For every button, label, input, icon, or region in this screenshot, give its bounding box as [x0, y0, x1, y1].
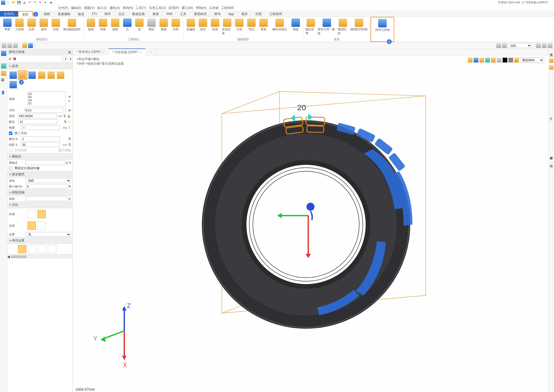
- flip-icon[interactable]: ⇄: [68, 108, 71, 112]
- ribbon-tab-file[interactable]: 文件(F): [0, 11, 18, 17]
- combo-normal[interactable]: 法向: [508, 43, 532, 48]
- section-boolean[interactable]: 布尔运算: [7, 237, 72, 244]
- btn-thread[interactable]: 螺纹: [146, 18, 157, 37]
- right-icon[interactable]: [549, 65, 553, 70]
- btn-fillet[interactable]: 圆角: [86, 18, 96, 37]
- pick-icon[interactable]: ⋮: [64, 108, 67, 112]
- qicon[interactable]: [13, 43, 18, 48]
- qicon[interactable]: [548, 43, 552, 48]
- btn-extrude[interactable]: 拉伸: [26, 18, 37, 37]
- menu-tool[interactable]: 工具(T): [136, 6, 146, 10]
- box-icon[interactable]: [1, 63, 6, 69]
- picture-icon[interactable]: 🖼: [1, 78, 6, 83]
- grid-icon[interactable]: [1, 51, 6, 56]
- menu-file[interactable]: 文件(F): [58, 6, 68, 10]
- type-curve[interactable]: [37, 70, 46, 80]
- btn-hex[interactable]: 六面体: [14, 18, 25, 37]
- spinner-icon[interactable]: ⇅: [68, 185, 71, 188]
- ribbon-tab[interactable]: 工具: [176, 11, 190, 17]
- ribbon-tab[interactable]: 点云: [115, 11, 129, 17]
- boundary-combo[interactable]: 无: [26, 232, 71, 237]
- save-icon[interactable]: 💾: [17, 1, 21, 5]
- open-icon[interactable]: 📂: [12, 1, 16, 5]
- spinner-icon[interactable]: ⇅: [68, 137, 71, 141]
- undo-icon[interactable]: ↶: [27, 1, 32, 5]
- btn-stock[interactable]: 坯料: [171, 18, 181, 37]
- btn-cylbend[interactable]: 圆柱折弯: [305, 18, 316, 37]
- spinner-icon[interactable]: ⇅: [64, 120, 67, 124]
- ribbon-tab[interactable]: 修复: [149, 11, 163, 17]
- spinner-icon[interactable]: ⇅: [63, 114, 66, 118]
- btn-simplify[interactable]: 简化: [246, 18, 257, 37]
- cicon[interactable]: [491, 58, 496, 62]
- ribbon-tab[interactable]: 查询: [211, 11, 225, 17]
- count-n-input[interactable]: [21, 137, 60, 141]
- stagger-opt-2[interactable]: [37, 221, 46, 230]
- bulb-icon[interactable]: 💡: [514, 58, 519, 62]
- ribbon-tab[interactable]: 数据交换: [129, 11, 149, 17]
- spinner-icon[interactable]: ⇅: [68, 143, 71, 147]
- section-required[interactable]: 必选: [7, 63, 72, 69]
- menu-edit[interactable]: 编辑(E): [71, 6, 81, 10]
- app-icon[interactable]: [1, 1, 5, 5]
- btn-loft[interactable]: 驱动曲线放样: [63, 18, 81, 37]
- btn-offset[interactable]: 面偏移: [186, 18, 196, 37]
- cicon[interactable]: [485, 58, 490, 62]
- type-point[interactable]: [27, 70, 37, 80]
- clear-icon[interactable]: ✕: [68, 95, 71, 99]
- ribbon-tab[interactable]: 工程协同: [266, 11, 286, 17]
- btn-split[interactable]: 分割: [234, 18, 245, 37]
- new-tab-button[interactable]: ＋: [145, 49, 156, 55]
- print-icon[interactable]: 🖨: [22, 1, 26, 5]
- user-icon[interactable]: 👤: [1, 91, 6, 96]
- btn-shell[interactable]: 抽壳: [198, 18, 208, 37]
- cicon[interactable]: [497, 58, 502, 62]
- min-input[interactable]: [26, 184, 67, 189]
- spacing-s-input[interactable]: [21, 142, 60, 147]
- ribbon-tab[interactable]: 钣金: [74, 11, 88, 17]
- qicon[interactable]: [536, 43, 541, 48]
- list-item[interactable]: S4: [28, 99, 65, 102]
- menu-insert[interactable]: 插入(I): [97, 6, 106, 10]
- type-fill[interactable]: [56, 70, 65, 80]
- viewport-3d[interactable]: 20 X Y Z: [75, 65, 546, 384]
- btn-rib[interactable]: 筋: [134, 18, 145, 37]
- ribbon-tab-shape[interactable]: 造型 1: [18, 11, 33, 17]
- type-linear[interactable]: [8, 70, 18, 80]
- close-icon[interactable]: ✕: [103, 51, 105, 54]
- new-icon[interactable]: 📄: [6, 1, 11, 5]
- type-face[interactable]: [46, 70, 56, 80]
- list-item[interactable]: S5: [28, 95, 65, 99]
- cicon[interactable]: [479, 58, 484, 62]
- menu-app[interactable]: 应用(P): [168, 6, 179, 10]
- list-item[interactable]: S3: [28, 92, 65, 95]
- right-icon[interactable]: [549, 59, 553, 63]
- ok-icon[interactable]: ✔: [8, 56, 12, 61]
- f-button[interactable]: F: [63, 57, 69, 61]
- btn-wrap-pattern[interactable]: 缠绕阵列到面: [350, 18, 368, 37]
- base-listbox[interactable]: S3 S5 S4 S2: [27, 91, 66, 106]
- list-item[interactable]: S2: [28, 102, 65, 105]
- qicon[interactable]: [502, 43, 507, 48]
- btn-add-body[interactable]: 添加实体: [222, 18, 232, 37]
- ribbon-tab[interactable]: 直接编辑: [54, 11, 74, 17]
- more-icon[interactable]: ⋯: [68, 120, 71, 124]
- btn-sweep[interactable]: 扫掠: [51, 18, 61, 37]
- lock-icon[interactable]: 🔒: [67, 114, 71, 118]
- qicon[interactable]: [2, 43, 6, 48]
- bool-opt-2[interactable]: [28, 245, 36, 253]
- menu-collab[interactable]: 工程协同: [221, 6, 234, 10]
- back-icon[interactable]: ◀: [48, 1, 53, 5]
- type-poly[interactable]: [8, 80, 18, 89]
- ribbon-tab[interactable]: 视觉样式: [190, 11, 211, 17]
- bool-opt-1[interactable]: [18, 245, 26, 253]
- btn-revolve[interactable]: 旋转: [38, 18, 49, 37]
- pick-icon[interactable]: ▾: [69, 161, 71, 164]
- menu-cloud[interactable]: 云存储: [209, 6, 218, 10]
- dropdown-icon[interactable]: ▾: [43, 1, 47, 5]
- color-swatch[interactable]: [508, 58, 513, 62]
- btn-draft[interactable]: 拔模: [110, 18, 120, 37]
- qicon[interactable]: [496, 43, 501, 48]
- menu-query[interactable]: 查询(N): [123, 6, 133, 10]
- section-dir[interactable]: 方向: [7, 202, 72, 208]
